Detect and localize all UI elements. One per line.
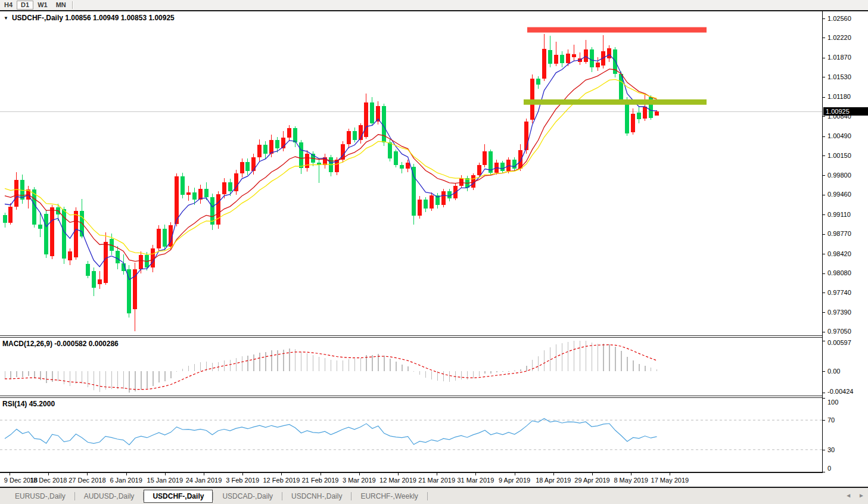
timeframe-toolbar: H4D1W1MN (0, 0, 868, 11)
price-axis-label: 0.99800 (827, 172, 851, 179)
date-axis-label: 21 Mar 2019 (416, 477, 458, 484)
tab-audusd-daily[interactable]: AUDUSD-,Daily (75, 490, 144, 503)
rsi-axis-label: 100 (827, 399, 838, 406)
date-axis-tick (515, 473, 515, 475)
rsi-axis-label: 30 (827, 446, 835, 453)
date-axis-tick (359, 473, 360, 475)
price-axis-label: 0.98420 (827, 250, 851, 257)
price-axis-tick (823, 116, 825, 117)
price-axis-tick (823, 234, 825, 235)
macd-axis-label: 0.00 (827, 368, 840, 375)
date-axis-tick (165, 473, 166, 475)
macd-canvas[interactable] (0, 338, 822, 396)
price-axis-label: 1.00490 (827, 132, 851, 139)
current-price-marker: 1.00925 (823, 107, 868, 116)
price-axis-tick (823, 18, 825, 19)
price-axis-label: 1.01870 (827, 54, 851, 61)
macd-histogram (5, 341, 658, 393)
tab-eurchf-weekly[interactable]: EURCHF-,Weekly (351, 490, 427, 503)
date-axis-tick (553, 473, 554, 475)
timeframe-button-h4[interactable]: H4 (0, 1, 17, 10)
date-axis-label: 18 Dec 2018 (27, 477, 69, 484)
price-axis-tick (823, 195, 825, 195)
date-axis-tick (398, 473, 399, 475)
macd-axis-tick (823, 341, 825, 341)
date-axis-tick (48, 473, 49, 475)
macd-axis-label: 0.00597 (827, 339, 851, 346)
date-axis-label: 27 Dec 2018 (66, 477, 108, 484)
date-axis-tick (242, 473, 243, 475)
price-axis-label: 0.97050 (827, 328, 851, 335)
price-axis-label: 0.98080 (827, 269, 851, 276)
price-axis-label: 0.97740 (827, 289, 851, 296)
date-axis-label: 31 Mar 2019 (455, 477, 496, 484)
macd-axis-label: -0.00424 (827, 388, 853, 395)
timeframe-button-mn[interactable]: MN (52, 1, 70, 10)
date-axis-tick (321, 473, 321, 475)
date-axis-label: 9 Apr 2019 (494, 477, 536, 484)
date-axis-tick (631, 473, 631, 475)
date-axis-label: 3 Mar 2019 (338, 477, 380, 484)
date-axis-tick (126, 473, 127, 475)
rsi-axis-tick (823, 450, 825, 450)
price-axis-label: 0.97390 (827, 309, 851, 316)
timeframe-button-w1[interactable]: W1 (33, 1, 52, 10)
chart-title-text: USDCHF-,Daily 1.00856 1.00949 1.00853 1.… (12, 14, 175, 22)
date-axis-tick (592, 473, 593, 475)
price-axis-tick (823, 214, 825, 215)
chart-window: ▼ USDCHF-,Daily 1.00856 1.00949 1.00853 … (0, 11, 868, 473)
date-axis-label: 12 Feb 2019 (260, 477, 302, 484)
rsi-axis-tick (823, 398, 825, 399)
date-axis-label: 15 Jan 2019 (144, 477, 186, 484)
price-axis-tick (823, 175, 825, 176)
date-axis-label: 12 Mar 2019 (377, 477, 419, 484)
price-axis-tick (823, 38, 825, 38)
tab-separator (427, 492, 428, 500)
price-axis-tick (823, 293, 825, 293)
price-axis-tick (823, 312, 825, 313)
resistance-line[interactable] (527, 27, 707, 33)
date-axis-tick (204, 473, 204, 475)
chart-title: ▼ USDCHF-,Daily 1.00856 1.00949 1.00853 … (4, 14, 175, 22)
tab-scroll-right-icon[interactable]: ► (858, 490, 864, 502)
date-axis-label: 24 Jan 2019 (183, 477, 225, 484)
rsi-axis-tick (823, 472, 825, 472)
tab-scroll-left-icon[interactable]: ◄ (845, 490, 851, 502)
price-axis-label: 1.02560 (827, 15, 851, 22)
timeframe-button-d1[interactable]: D1 (17, 1, 33, 10)
macd-indicator-label: MACD(12,26,9) -0.000582 0.000286 (2, 340, 119, 348)
date-axis-label: 6 Jan 2019 (105, 477, 147, 484)
rsi-indicator-label: RSI(14) 45.2000 (2, 400, 55, 408)
tab-scroll-arrows: ◄ ► (845, 490, 864, 502)
price-axis-label: 1.01180 (827, 93, 851, 100)
price-axis-tick (823, 254, 825, 254)
price-axis[interactable]: 1.025601.022201.018701.015301.011801.008… (822, 11, 868, 473)
price-axis-tick (823, 97, 825, 98)
chart-dropdown-icon[interactable]: ▼ (4, 15, 8, 21)
candlesticks-group (3, 34, 659, 331)
price-axis-label: 1.00150 (827, 152, 851, 159)
tab-usdcnh-daily[interactable]: USDCNH-,Daily (282, 490, 351, 503)
price-axis-label: 0.99460 (827, 191, 851, 198)
macd-axis-tick (823, 393, 825, 393)
price-axis-label: 0.99110 (827, 211, 851, 218)
macd-axis-tick (823, 371, 825, 372)
chart-tabbar: EURUSD-,DailyAUDUSD-,DailyUSDCHF-,DailyU… (0, 488, 868, 504)
date-axis-tick (281, 473, 282, 475)
date-axis[interactable]: 9 Dec 201818 Dec 201827 Dec 20186 Jan 20… (0, 473, 868, 487)
tab-usdcad-daily[interactable]: USDCAD-,Daily (213, 490, 282, 503)
tab-eurusd-daily[interactable]: EURUSD-,Daily (6, 490, 74, 503)
date-axis-tick (670, 473, 670, 475)
price-axis-tick (823, 77, 825, 77)
date-axis-label: 8 May 2019 (610, 477, 652, 484)
date-axis-label: 29 Apr 2019 (571, 477, 613, 484)
support-line[interactable] (524, 99, 707, 105)
toolbar-separator (72, 1, 73, 9)
rsi-canvas[interactable] (0, 398, 822, 472)
tab-usdchf-daily[interactable]: USDCHF-,Daily (144, 490, 213, 503)
price-axis-tick (823, 58, 825, 58)
main-chart-canvas[interactable] (0, 11, 822, 335)
rsi-axis-tick (823, 420, 825, 421)
rsi-axis-label: 0 (827, 465, 831, 472)
price-axis-label: 1.01530 (827, 73, 851, 80)
